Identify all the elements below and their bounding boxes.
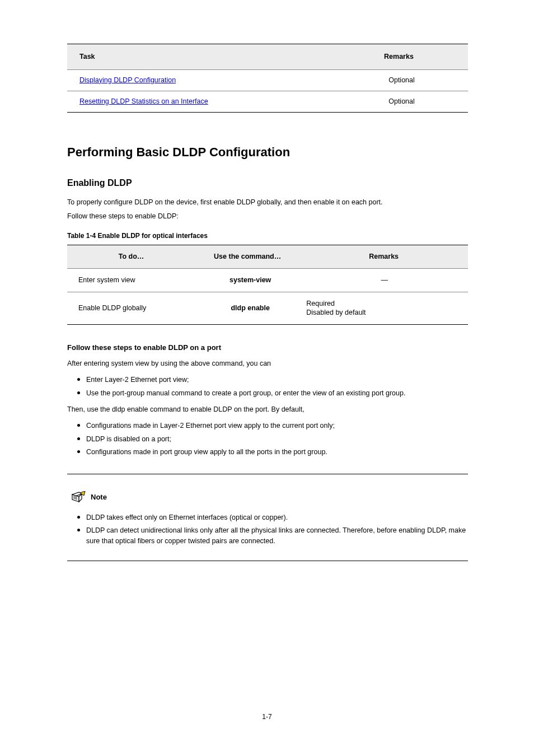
- table1-head-task: Task: [67, 44, 330, 70]
- list-item: Enter Layer-2 Ethernet port view;: [67, 374, 468, 386]
- note-label: Note: [91, 492, 107, 502]
- body-enable-desc: To properly configure DLDP on the device…: [67, 197, 468, 208]
- heading-follow-steps-port: Follow these steps to enable DLDP on a p…: [67, 343, 468, 353]
- page-number: 1-7: [0, 712, 534, 721]
- body-then-use: Then, use the dldp enable command to ena…: [67, 404, 468, 415]
- bullet-list-2: Configurations made in Layer-2 Ethernet …: [67, 419, 468, 459]
- table2-caption: Table 1-4 Enable DLDP for optical interf…: [67, 231, 468, 240]
- enable-dldp-table: To do… Use the command… Remarks Enter sy…: [67, 245, 468, 325]
- body-after-system-view: After entering system view by using the …: [67, 358, 468, 369]
- table-row: Displaying DLDP Configuration Optional: [67, 69, 468, 91]
- table1-row0-remarks: Optional: [330, 69, 468, 91]
- table2-r0-remarks: —: [299, 268, 468, 292]
- list-item: Configurations made in Layer-2 Ethernet …: [67, 419, 468, 432]
- table2-head-remarks: Remarks: [299, 245, 468, 268]
- table-row: Resetting DLDP Statistics on an Interfac…: [67, 91, 468, 112]
- table1-row1-remarks: Optional: [330, 91, 468, 112]
- link-displaying-dldp[interactable]: Displaying DLDP Configuration: [79, 76, 176, 84]
- table-row: Enter system view system-view —: [67, 268, 468, 292]
- table2-r0-todo: Enter system view: [67, 268, 195, 292]
- note-heading: Note: [67, 474, 468, 507]
- list-item: Use the port-group manual command to cre…: [67, 387, 468, 400]
- table2-head-todo: To do…: [67, 245, 195, 268]
- table2-r1-todo: Enable DLDP globally: [67, 292, 195, 325]
- list-item: DLDP takes effect only on Ethernet inter…: [67, 511, 468, 524]
- table2-head-cmd: Use the command…: [195, 245, 299, 268]
- list-item: DLDP is disabled on a port;: [67, 433, 468, 446]
- note-icon: [71, 491, 86, 503]
- list-item: Configurations made in port group view a…: [67, 446, 468, 459]
- task-remarks-table: Task Remarks Displaying DLDP Configurati…: [67, 44, 468, 113]
- table2-r0-cmd: system-view: [195, 268, 299, 292]
- table2-r1-cmd: dldp enable: [195, 292, 299, 325]
- link-resetting-dldp[interactable]: Resetting DLDP Statistics on an Interfac…: [79, 97, 208, 105]
- bullet-list-1: Enter Layer-2 Ethernet port view; Use th…: [67, 374, 468, 400]
- table2-r1-remarks: Required Disabled by default: [299, 292, 468, 325]
- heading-enabling-dldp: Enabling DLDP: [67, 177, 468, 189]
- table-row: Enable DLDP globally dldp enable Require…: [67, 292, 468, 325]
- table1-head-remarks: Remarks: [330, 44, 468, 70]
- note-bullet-list: DLDP takes effect only on Ethernet inter…: [67, 511, 468, 548]
- body-follow-steps: Follow these steps to enable DLDP:: [67, 211, 468, 222]
- note-rule-bottom: [67, 561, 468, 561]
- heading-performing-basic-dldp: Performing Basic DLDP Configuration: [67, 144, 468, 161]
- list-item: DLDP can detect unidirectional links onl…: [67, 524, 468, 548]
